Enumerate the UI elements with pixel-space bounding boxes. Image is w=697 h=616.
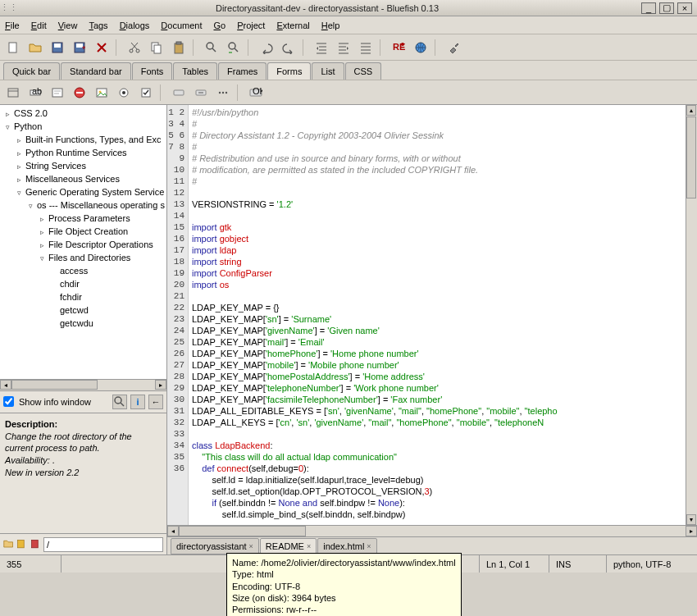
sidebar-hscrollbar[interactable]: ◂ ▸ — [0, 379, 166, 390]
forms-radio-button[interactable] — [114, 83, 134, 103]
scroll-right-arrow[interactable]: ▸ — [686, 526, 697, 536]
scroll-right-arrow[interactable]: ▸ — [155, 380, 166, 390]
menu-project[interactable]: Project — [237, 21, 265, 30]
tree-toggle-icon[interactable]: ▹ — [3, 110, 12, 118]
reference-tree[interactable]: ▹CSS 2.0▿Python▹Built-in Functions, Type… — [0, 105, 166, 379]
tree-item[interactable]: getcwdu — [2, 317, 165, 330]
tree-item[interactable]: ▹CSS 2.0 — [2, 107, 165, 120]
menu-document[interactable]: Document — [161, 21, 202, 30]
status-px[interactable]: 355 — [0, 555, 61, 573]
forms-dots-button[interactable] — [213, 83, 233, 103]
window-maximize-button[interactable]: ▢ — [659, 2, 674, 14]
tree-toggle-icon[interactable]: ▹ — [15, 176, 24, 184]
tree-item[interactable]: ▹File Object Creation — [2, 225, 165, 238]
tree-item[interactable]: fchdir — [2, 290, 165, 303]
tree-toggle-icon[interactable]: ▿ — [26, 202, 35, 210]
tools-button[interactable] — [444, 38, 463, 57]
scroll-left-arrow[interactable]: ◂ — [0, 380, 11, 390]
cut-button[interactable] — [125, 38, 144, 57]
forms-noentry-button[interactable] — [70, 83, 89, 103]
tree-item[interactable]: getcwd — [2, 303, 165, 317]
window-minimize-button[interactable]: _ — [641, 2, 656, 14]
open-button[interactable] — [25, 38, 45, 57]
info-button[interactable]: i — [130, 395, 145, 409]
forms-ok-button[interactable]: OK — [246, 83, 266, 103]
close-button[interactable] — [92, 38, 112, 57]
paste-button[interactable] — [169, 38, 189, 57]
menu-file[interactable]: File — [5, 21, 20, 30]
vscroll-thumb[interactable] — [686, 116, 696, 198]
forms-textbox-button[interactable] — [48, 83, 67, 103]
menu-external[interactable]: External — [276, 21, 309, 30]
path-input[interactable] — [43, 537, 163, 552]
save-button[interactable] — [48, 38, 67, 57]
search-ref-button[interactable] — [112, 395, 127, 409]
close-tab-icon[interactable]: × — [307, 542, 311, 550]
tree-toggle-icon[interactable]: ▹ — [15, 149, 24, 157]
tree-item[interactable]: ▿os --- Miscellaneous operating s — [2, 198, 165, 212]
tab-list[interactable]: List — [312, 62, 344, 80]
menu-tags[interactable]: Tags — [89, 21, 107, 30]
file-tab[interactable]: directoryassistant× — [171, 538, 259, 554]
rec-button[interactable]: REC — [389, 38, 408, 57]
code-area[interactable]: #!/usr/bin/python## Directory Assistant … — [189, 105, 686, 525]
file-tab[interactable]: index.html× — [317, 538, 376, 554]
status-insert[interactable]: INS — [549, 555, 607, 573]
tab-forms[interactable]: Forms — [267, 62, 311, 80]
tab-frames[interactable]: Frames — [218, 62, 266, 80]
file-tab[interactable]: README× — [260, 538, 317, 554]
redo-button[interactable] — [279, 38, 298, 57]
tree-item[interactable]: ▹Built-in Functions, Types, and Exc — [2, 133, 165, 146]
titlebar-grip-icon[interactable]: ⋮⋮ — [0, 2, 15, 13]
tree-toggle-icon[interactable]: ▹ — [38, 215, 47, 223]
tree-item[interactable]: ▿Generic Operating System Service — [2, 185, 165, 198]
forms-checkbox-button[interactable] — [136, 83, 156, 103]
search-button[interactable] — [202, 38, 221, 57]
tree-item[interactable]: ▿Files and Directories — [2, 251, 165, 264]
menu-view[interactable]: View — [58, 21, 78, 30]
undo-button[interactable] — [257, 38, 276, 57]
forms-text-button[interactable]: ab — [25, 83, 45, 103]
back-button[interactable]: ← — [148, 395, 163, 409]
book-yellow-icon[interactable] — [16, 536, 26, 553]
saveas-button[interactable]: * — [70, 38, 89, 57]
tab-quick-bar[interactable]: Quick bar — [3, 62, 60, 80]
tree-toggle-icon[interactable]: ▹ — [38, 228, 47, 236]
tree-item[interactable]: ▿Python — [2, 120, 165, 133]
close-tab-icon[interactable]: × — [249, 542, 253, 550]
scroll-left-arrow[interactable]: ◂ — [167, 526, 179, 536]
tree-toggle-icon[interactable]: ▹ — [38, 241, 47, 249]
tree-item[interactable]: ▹Miscellaneous Services — [2, 172, 165, 185]
tab-css[interactable]: CSS — [345, 62, 382, 80]
forms-image-button[interactable] — [92, 83, 112, 103]
tab-fonts[interactable]: Fonts — [132, 62, 173, 80]
replace-button[interactable] — [224, 38, 244, 57]
tree-toggle-icon[interactable]: ▹ — [15, 136, 24, 144]
tree-item[interactable]: ▹String Services — [2, 159, 165, 172]
tree-toggle-icon[interactable]: ▿ — [15, 189, 24, 197]
menu-go[interactable]: Go — [213, 21, 226, 30]
tab-tables[interactable]: Tables — [173, 62, 217, 80]
hscroll-thumb[interactable] — [179, 526, 306, 536]
tree-toggle-icon[interactable]: ▿ — [38, 254, 47, 262]
menu-dialogs[interactable]: Dialogs — [120, 21, 150, 30]
show-info-checkbox[interactable] — [3, 396, 14, 407]
scroll-down-arrow[interactable]: ▾ — [686, 514, 696, 525]
forms-btn1-button[interactable] — [169, 83, 189, 103]
tab-standard-bar[interactable]: Standard bar — [61, 62, 131, 80]
tree-item[interactable]: ▹Python Runtime Services — [2, 146, 165, 159]
forms-btn2-button[interactable] — [191, 83, 211, 103]
window-close-button[interactable]: × — [677, 2, 692, 14]
menu-help[interactable]: Help — [321, 21, 340, 30]
menu-edit[interactable]: Edit — [31, 21, 47, 30]
unindent-button[interactable] — [356, 38, 376, 57]
editor-hscrollbar[interactable]: ◂ ▸ — [167, 525, 697, 536]
tree-item[interactable]: ▹Process Parameters — [2, 212, 165, 225]
tree-item[interactable]: chdir — [2, 277, 165, 290]
indent-right-button[interactable] — [334, 38, 353, 57]
tree-toggle-icon[interactable]: ▹ — [15, 162, 24, 171]
indent-left-button[interactable] — [312, 38, 331, 57]
globe-button[interactable] — [411, 38, 430, 57]
forms-form-button[interactable] — [3, 83, 23, 103]
editor-vscrollbar[interactable]: ▴ ▾ — [686, 105, 697, 525]
